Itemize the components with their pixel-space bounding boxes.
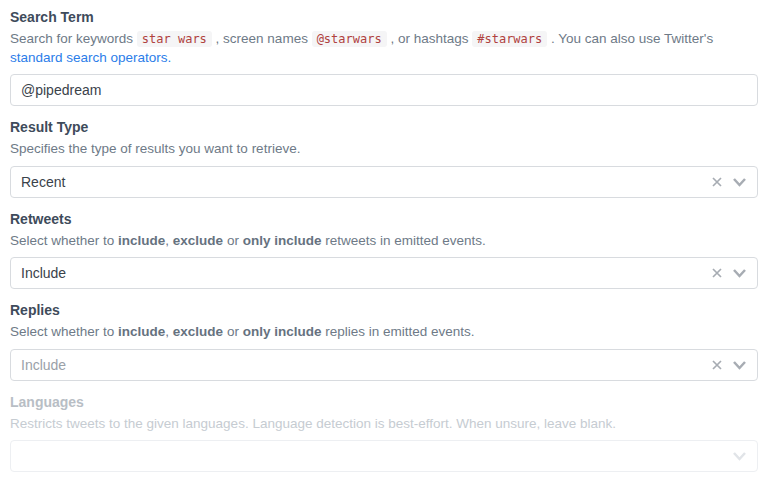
select-indicators xyxy=(711,359,747,371)
desc-text: retweets in emitted events. xyxy=(321,233,485,248)
desc-text: Select whether to xyxy=(10,233,118,248)
desc-bold: exclude xyxy=(173,324,223,339)
retweets-select-value: Include xyxy=(21,265,711,281)
clear-icon[interactable] xyxy=(711,176,723,188)
code-sample-hashtag: #starwars xyxy=(472,31,547,47)
field-replies: Replies Select whether to include, exclu… xyxy=(10,301,758,381)
field-search-term: Search Term Search for keywords star war… xyxy=(10,8,758,106)
languages-description: Restricts tweets to the given languages.… xyxy=(10,415,758,433)
desc-text: Search for keywords xyxy=(10,31,137,46)
desc-text: Select whether to xyxy=(10,324,118,339)
clear-icon[interactable] xyxy=(711,359,723,371)
search-term-label: Search Term xyxy=(10,8,758,26)
retweets-label: Retweets xyxy=(10,210,758,228)
select-indicators xyxy=(732,450,747,462)
result-type-select-value: Recent xyxy=(21,174,711,190)
search-term-input[interactable] xyxy=(10,74,758,106)
languages-select[interactable] xyxy=(10,440,758,472)
clear-icon[interactable] xyxy=(711,267,723,279)
desc-text: or xyxy=(223,324,243,339)
retweets-description: Select whether to include, exclude or on… xyxy=(10,232,758,250)
field-languages: Languages Restricts tweets to the given … xyxy=(10,393,758,473)
desc-bold: exclude xyxy=(173,233,223,248)
replies-description: Select whether to include, exclude or on… xyxy=(10,323,758,341)
result-type-select[interactable]: Recent xyxy=(10,166,758,198)
desc-text: . You can also use Twitter's xyxy=(547,31,713,46)
chevron-down-icon xyxy=(732,450,747,462)
result-type-label: Result Type xyxy=(10,118,758,136)
desc-bold: include xyxy=(118,324,165,339)
chevron-down-icon[interactable] xyxy=(732,267,747,279)
code-sample-keywords: star wars xyxy=(137,31,212,47)
desc-text: replies in emitted events. xyxy=(321,324,474,339)
result-type-description: Specifies the type of results you want t… xyxy=(10,140,758,158)
search-operators-link[interactable]: standard search operators. xyxy=(10,50,171,65)
replies-select-value: Include xyxy=(21,357,711,373)
field-retweets: Retweets Select whether to include, excl… xyxy=(10,210,758,290)
desc-text: , xyxy=(165,324,173,339)
replies-select[interactable]: Include xyxy=(10,349,758,381)
languages-label: Languages xyxy=(10,393,758,411)
chevron-down-icon[interactable] xyxy=(732,359,747,371)
select-indicators xyxy=(711,267,747,279)
desc-text: , screen names xyxy=(212,31,312,46)
chevron-down-icon[interactable] xyxy=(732,176,747,188)
search-term-description: Search for keywords star wars , screen n… xyxy=(10,30,758,66)
replies-label: Replies xyxy=(10,301,758,319)
desc-bold: include xyxy=(118,233,165,248)
twitter-search-config-form: Search Term Search for keywords star war… xyxy=(0,0,768,472)
desc-text: , or hashtags xyxy=(387,31,473,46)
desc-text: , xyxy=(165,233,173,248)
select-indicators xyxy=(711,176,747,188)
desc-bold: only include xyxy=(243,233,322,248)
field-result-type: Result Type Specifies the type of result… xyxy=(10,118,758,198)
desc-bold: only include xyxy=(243,324,322,339)
desc-text: or xyxy=(223,233,243,248)
code-sample-screen-name: @starwars xyxy=(312,31,387,47)
retweets-select[interactable]: Include xyxy=(10,257,758,289)
